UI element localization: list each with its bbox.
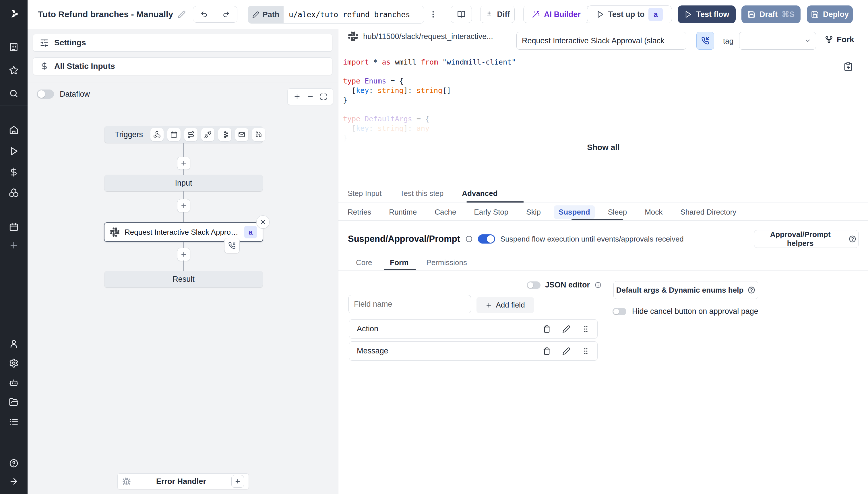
path-button[interactable]: Path [248, 6, 283, 23]
delete-field-icon[interactable] [543, 325, 551, 333]
default-args-help-button[interactable]: Default args & Dynamic enums help [613, 281, 758, 299]
add-field-button[interactable]: Add field [477, 297, 534, 313]
insert-step-button[interactable] [177, 248, 190, 261]
edit-title-icon[interactable] [178, 10, 186, 18]
variables-icon[interactable] [9, 167, 19, 177]
tab-advanced[interactable]: Advanced [462, 189, 497, 198]
form-field-row[interactable]: Action [349, 319, 597, 339]
expand-sidebar-icon[interactable] [9, 476, 19, 486]
sidebar-add-icon[interactable] [9, 241, 19, 250]
insert-step-button[interactable] [177, 199, 190, 212]
suspend-enable-toggle[interactable] [478, 234, 495, 244]
test-up-to-button[interactable]: Test up to a [587, 5, 672, 23]
websocket-trigger-icon[interactable] [201, 128, 215, 141]
edit-field-icon[interactable] [562, 325, 570, 333]
home-icon[interactable] [9, 125, 19, 135]
folders-icon[interactable] [9, 397, 19, 407]
input-node[interactable]: Input [105, 175, 263, 191]
remove-node-button[interactable] [256, 215, 270, 229]
tab-permissions[interactable]: Permissions [426, 258, 467, 267]
help-icon[interactable] [9, 458, 19, 468]
static-inputs-button[interactable]: All Static Inputs [33, 57, 332, 75]
undo-button[interactable] [193, 6, 215, 22]
approval-helpers-button[interactable]: Approval/Prompt helpers [754, 230, 858, 248]
dataflow-label: Dataflow [60, 90, 90, 99]
dataflow-toggle[interactable] [37, 90, 54, 99]
code-token: * [369, 58, 382, 66]
poll-trigger-icon[interactable] [252, 128, 265, 141]
delete-field-icon[interactable] [543, 347, 551, 355]
subtab-early-stop[interactable]: Early Stop [469, 205, 513, 219]
audit-logs-icon[interactable] [9, 417, 19, 426]
zoom-out-icon[interactable] [307, 93, 314, 100]
path-input[interactable] [283, 6, 424, 23]
zoom-in-icon[interactable] [293, 93, 301, 100]
deploy-button[interactable]: Deploy [807, 5, 853, 23]
tab-test-this-step[interactable]: Test this step [400, 189, 444, 198]
triggers-bar[interactable]: Triggers [105, 126, 263, 143]
step-title-input[interactable] [516, 32, 686, 50]
flow-settings-button[interactable]: Settings [33, 34, 332, 52]
result-node[interactable]: Result [105, 271, 263, 287]
diff-button[interactable]: Diff [480, 6, 515, 23]
subtab-cache[interactable]: Cache [430, 205, 461, 219]
favorites-icon[interactable] [9, 65, 19, 75]
field-name-input[interactable] [349, 295, 471, 313]
subtab-skip[interactable]: Skip [521, 205, 546, 219]
tag-select[interactable] [739, 32, 816, 50]
subtab-runtime[interactable]: Runtime [384, 205, 421, 219]
slack-icon [110, 228, 119, 237]
redo-button[interactable] [215, 6, 237, 22]
settings-gear-icon[interactable] [9, 358, 19, 368]
graph-edge [183, 169, 184, 175]
users-icon[interactable] [9, 339, 19, 348]
ai-builder-button[interactable]: AI Builder [523, 6, 589, 23]
tab-step-input[interactable]: Step Input [348, 189, 382, 198]
drag-handle-icon[interactable] [582, 347, 590, 355]
draft-shortcut: ⌘S [781, 10, 795, 19]
topbar: Tuto Refund branches - Manually Path Dif… [27, 0, 868, 29]
test-flow-button[interactable]: Test flow [678, 5, 736, 23]
email-trigger-icon[interactable] [235, 128, 248, 141]
error-handler-node[interactable]: Error Handler [117, 473, 249, 489]
tab-core[interactable]: Core [356, 258, 372, 267]
runs-icon[interactable] [9, 146, 19, 156]
workers-bot-icon[interactable] [9, 378, 19, 387]
fork-button[interactable]: Fork [825, 35, 854, 44]
more-options-icon[interactable] [429, 8, 438, 22]
resources-icon[interactable] [9, 188, 19, 198]
suspend-phone-badge[interactable] [224, 238, 240, 253]
tab-form[interactable]: Form [390, 258, 408, 267]
edit-field-icon[interactable] [562, 347, 570, 355]
copy-code-icon[interactable] [844, 62, 853, 71]
kafka-trigger-icon[interactable] [218, 128, 232, 141]
docs-button[interactable] [451, 6, 472, 23]
slack-approval-node[interactable]: Request Interactive Slack Approval (... … [104, 222, 263, 242]
show-all-button[interactable]: Show all [587, 143, 620, 152]
workspace-icon[interactable] [9, 42, 19, 52]
json-editor-toggle[interactable] [527, 281, 540, 289]
suspend-toggle-text: Suspend flow execution until events/appr… [500, 235, 684, 244]
schedule-trigger-icon[interactable] [167, 128, 181, 141]
hub-path[interactable]: hub/11500/slack/request_interactive... [363, 32, 493, 41]
subtab-sleep[interactable]: Sleep [603, 205, 632, 219]
insert-step-button[interactable] [177, 157, 190, 170]
search-icon[interactable] [9, 89, 19, 98]
schedules-icon[interactable] [9, 222, 19, 232]
subtab-suspend[interactable]: Suspend [554, 205, 595, 219]
fit-view-icon[interactable] [320, 93, 327, 100]
draft-button[interactable]: Draft ⌘S [741, 5, 800, 23]
webhook-trigger-icon[interactable] [150, 128, 164, 141]
suspend-heading: Suspend/Approval/Prompt [348, 234, 460, 244]
form-field-row[interactable]: Message [349, 341, 597, 361]
subtab-shared-directory[interactable]: Shared Directory [676, 205, 741, 219]
subtab-mock[interactable]: Mock [640, 205, 667, 219]
subtab-retries[interactable]: Retries [343, 205, 376, 219]
http-route-trigger-icon[interactable] [184, 128, 198, 141]
add-error-handler-button[interactable] [232, 475, 244, 488]
windmill-logo[interactable] [9, 9, 19, 20]
drag-handle-icon[interactable] [582, 325, 590, 333]
hide-cancel-toggle[interactable] [612, 308, 626, 315]
graph-edge [183, 261, 184, 271]
suspend-indicator-button[interactable] [696, 32, 714, 50]
